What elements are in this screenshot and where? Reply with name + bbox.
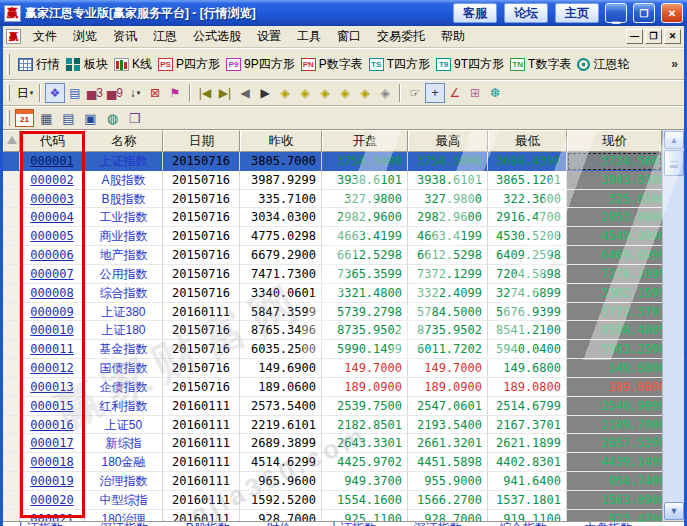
table-row[interactable]: 000016上证50201601112219.61012182.85012193… — [3, 416, 662, 435]
toolbar-overflow-chevron[interactable]: » — [671, 57, 680, 71]
stock-code-link[interactable]: 000016 — [30, 418, 73, 432]
toolbar-t-number-button[interactable]: TNT数字表 — [507, 54, 574, 75]
stock-code-link[interactable]: 000002 — [30, 173, 73, 187]
compress-v-diamond-button[interactable]: ◈ — [375, 83, 395, 103]
customer-service-button[interactable]: 客服 — [453, 3, 497, 23]
table-row[interactable]: 000017新综指201601112689.38992643.33012661.… — [3, 434, 662, 453]
scrollbar-up-button[interactable]: ▲ — [664, 131, 684, 149]
grid-tool-button[interactable]: ⊠ — [145, 83, 165, 103]
export-disk-button[interactable]: ◍ — [103, 109, 122, 127]
stock-code-link[interactable]: 000007 — [30, 267, 73, 281]
table-row[interactable]: 000012国债指数20150716149.6900149.7000149.70… — [3, 359, 662, 378]
table-row[interactable]: 000003B股指数20150716335.7100327.9800327.98… — [3, 190, 662, 209]
menu-item-2[interactable]: 资讯 — [105, 26, 145, 47]
table-row[interactable]: 000009上证380201601115847.35995739.2798578… — [3, 303, 662, 322]
menu-item-0[interactable]: 文件 — [25, 26, 65, 47]
toolbar-gann-wheel-button[interactable]: 江恩轮 — [574, 54, 632, 75]
stock-code-link[interactable]: 000019 — [30, 474, 73, 488]
stock-code-link[interactable]: 000011 — [30, 342, 73, 356]
column-header-prev-close[interactable]: 昨收 — [240, 130, 322, 152]
stock-code-link[interactable]: 000018 — [30, 455, 73, 469]
knot-tool-button[interactable]: ❆ — [485, 83, 505, 103]
forum-button[interactable]: 论坛 — [504, 3, 548, 23]
stock-code-link[interactable]: 000006 — [30, 248, 73, 262]
period-day-button[interactable]: 日▾ — [15, 83, 35, 103]
homepage-button[interactable]: 主页 — [555, 3, 599, 23]
table-row[interactable]: 000020中型综指201601111592.52001554.16001566… — [3, 491, 662, 510]
column-header-price[interactable]: 现价 — [567, 130, 662, 152]
network-button[interactable]: ❒ — [125, 109, 144, 127]
stock-code-link[interactable]: 000004 — [30, 210, 73, 224]
stock-code-link[interactable]: 000021 — [30, 512, 73, 521]
column-header-low[interactable]: 最低 — [488, 130, 567, 152]
toolbar-p-square-button[interactable]: PSP四方形 — [155, 54, 223, 75]
toolbar-gripper[interactable] — [7, 110, 10, 125]
column-header-high[interactable]: 最高 — [408, 130, 488, 152]
table-row[interactable]: 000021180治理20160111928.7000925.1100928.7… — [3, 510, 662, 521]
toolbar-t-square-button[interactable]: TST四方形 — [366, 54, 433, 75]
toolbar-p-number-button[interactable]: PNP数字表 — [298, 54, 366, 75]
menu-item-7[interactable]: 窗口 — [329, 26, 369, 47]
menu-item-4[interactable]: 公式选股 — [185, 26, 249, 47]
notebook-button[interactable]: ▤ — [59, 109, 78, 127]
toolbar-9p-square-button[interactable]: P99P四方形 — [223, 54, 298, 75]
maximize-button[interactable]: ❐ — [633, 3, 655, 23]
expand-h-diamond-button[interactable]: ◈ — [315, 83, 335, 103]
minimize-button[interactable]: ▁ — [605, 3, 627, 23]
mdi-close-button[interactable]: ✕ — [664, 29, 681, 44]
stock-code-link[interactable]: 000009 — [30, 305, 73, 319]
arrow-tool-button[interactable]: ↓▾ — [125, 83, 145, 103]
stock-code-link[interactable]: 000020 — [30, 493, 73, 507]
stock-code-link[interactable]: 000015 — [30, 399, 73, 413]
gann-grid-button[interactable]: ⊞ — [465, 83, 485, 103]
quote-report-button[interactable]: ▤ — [65, 83, 85, 103]
cross-tool-button[interactable]: + — [425, 83, 445, 103]
column-header-name[interactable]: 名称 — [85, 130, 163, 152]
stock-code-link[interactable]: 000017 — [30, 436, 73, 450]
column-header-open[interactable]: 开盘 — [322, 130, 408, 152]
angle-tool-button[interactable]: ∠ — [445, 83, 465, 103]
table-row[interactable]: 000010上证180201507168765.34968735.9502873… — [3, 321, 662, 340]
toolbar-9t-square-button[interactable]: T99T四方形 — [433, 54, 507, 75]
toolbar-gripper[interactable] — [7, 54, 10, 75]
table-row[interactable]: 000001上证指数201507163805.70003758.50003758… — [3, 152, 662, 171]
stock-code-link[interactable]: 000013 — [30, 380, 73, 394]
stock-code-link[interactable]: 000001 — [30, 154, 73, 168]
table-row[interactable]: 000015红利指数201601112573.54002539.75002547… — [3, 397, 662, 416]
table-row[interactable]: 000018180金融201601114514.62994425.9702445… — [3, 453, 662, 472]
table-row[interactable]: 000011基金指数201507166035.25005990.14996011… — [3, 340, 662, 359]
column-header-date[interactable]: 日期 — [163, 130, 240, 152]
save-button[interactable]: ▣ — [81, 109, 100, 127]
scrollbar-down-button[interactable]: ▼ — [664, 502, 684, 520]
prev-page-button[interactable]: ◀ — [235, 83, 255, 103]
mdi-minimize-button[interactable]: — — [626, 29, 643, 44]
column-header-code[interactable]: 代码 — [20, 130, 85, 152]
table-row[interactable]: 000007公用指数201507167471.73007365.35997372… — [3, 265, 662, 284]
calculator-button[interactable]: ▦ — [37, 109, 56, 127]
toolbar-gripper[interactable] — [7, 85, 10, 102]
table-row[interactable]: 000006地产指数201507166679.29006612.52986612… — [3, 246, 662, 265]
next-page-button[interactable]: ▶ — [255, 83, 275, 103]
compress-h-diamond-button[interactable]: ◈ — [335, 83, 355, 103]
table-row[interactable]: 000005商业指数201507164775.02984663.41994663… — [3, 227, 662, 246]
calendar-button[interactable]: 21 — [15, 109, 34, 127]
stock-code-link[interactable]: 000010 — [30, 323, 73, 337]
menu-item-9[interactable]: 帮助 — [433, 26, 473, 47]
hand-tool-button[interactable]: ☞ — [405, 83, 425, 103]
toolbar-kline-button[interactable]: K线 — [111, 54, 155, 75]
table-row[interactable]: 000002A股指数201507163987.92993938.61013938… — [3, 171, 662, 190]
chart-split-9-button[interactable]: ▅9 — [105, 83, 125, 103]
mdi-restore-button[interactable]: ❐ — [645, 29, 662, 44]
footer-ticker-strip[interactable]: 上证指数 深证指数 B股指数 时价 上证指数 深证指数 综合指数 大盘指数 — [3, 521, 684, 526]
zoom-left-diamond-button[interactable]: ◈ — [275, 83, 295, 103]
table-row[interactable]: 000004工业指数201507163034.03002982.96002982… — [3, 208, 662, 227]
stock-code-link[interactable]: 000008 — [30, 286, 73, 300]
flag-chart-button[interactable]: ⚑ — [165, 83, 185, 103]
table-row[interactable]: 000013企债指数20150716189.0600189.0900189.09… — [3, 378, 662, 397]
close-button[interactable]: ✕ — [661, 3, 683, 23]
stock-code-link[interactable]: 000012 — [30, 361, 73, 375]
gann-web-button[interactable]: ❖ — [45, 83, 65, 103]
menu-item-3[interactable]: 江恩 — [145, 26, 185, 47]
menu-item-1[interactable]: 浏览 — [65, 26, 105, 47]
menu-item-6[interactable]: 工具 — [289, 26, 329, 47]
